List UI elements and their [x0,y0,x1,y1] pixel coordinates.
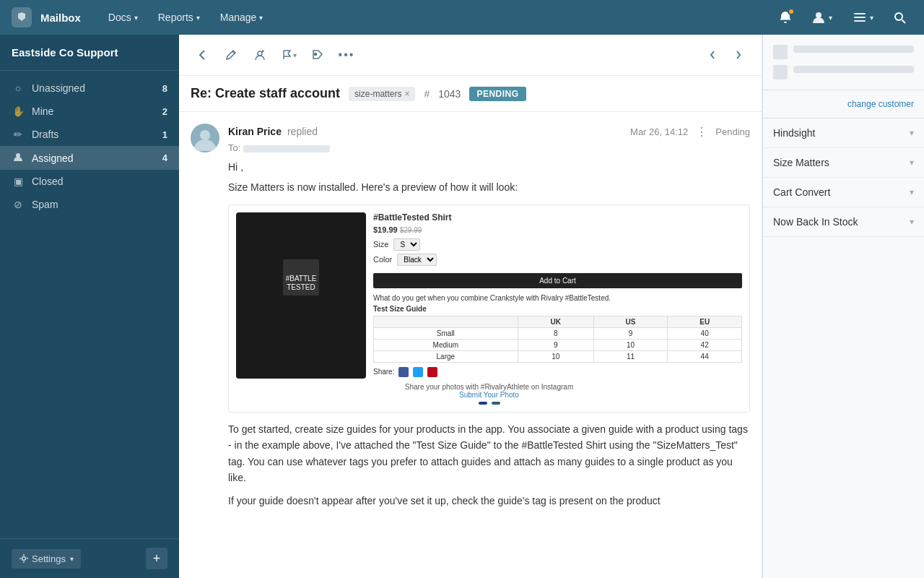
more-button[interactable]: ••• [335,43,358,66]
sidebar-item-drafts[interactable]: ✏ Drafts 1 [0,123,179,146]
mine-count: 2 [162,106,167,117]
size-matters-chevron-icon: ▾ [910,158,914,168]
sender-avatar [191,124,219,152]
assigned-icon [12,152,25,164]
notification-dot [788,8,795,15]
search-button[interactable] [886,4,912,30]
instagram-text: Share your photos with #RivalryAthlete o… [236,383,742,405]
sidebar-item-drafts-label: Drafts [32,129,58,140]
svg-rect-3 [854,20,866,22]
nav-arrows [701,43,750,66]
app-hindsight-label: Hindsight [773,127,815,139]
social-share-row: Share: [373,367,742,377]
svg-rect-1 [854,13,866,14]
app-size-matters-label: Size Matters [773,157,829,168]
settings-button[interactable]: Settings ▾ [12,549,81,569]
conversation-tag[interactable]: size-matters × [349,87,415,101]
size-guide-caption: What do you get when you combine Crankst… [373,294,742,302]
eu-small: 40 [668,327,742,339]
tag-label: size-matters [354,89,401,99]
back-button[interactable] [191,43,214,66]
nav-reports[interactable]: Reports ▾ [151,9,207,26]
apps-section: Hindsight ▾ Size Matters ▾ Cart Convert … [763,118,924,237]
sidebar-item-unassigned-label: Unassigned [32,82,85,94]
app-now-back-in-stock-label: Now Back In Stock [773,216,858,228]
profile-button[interactable]: ▾ [845,7,881,27]
size-select[interactable]: S [393,238,420,251]
nav-manage[interactable]: Manage ▾ [213,9,271,26]
size-small: Small [374,327,518,339]
sidebar-item-spam-label: Spam [32,199,58,210]
sidebar-title: Eastside Co Support [0,35,179,71]
next-conversation-button[interactable] [727,43,750,66]
message-body-para2: If your guide doesn't appear after you'v… [228,493,750,509]
label-button[interactable] [306,43,329,66]
sidebar: Eastside Co Support ○ Unassigned 8 ✋ Min… [0,35,179,578]
skeleton-line-1 [793,46,914,53]
now-back-in-stock-chevron-icon: ▾ [910,217,914,227]
prev-conversation-button[interactable] [701,43,724,66]
facebook-icon[interactable] [398,367,409,377]
app-cart-convert[interactable]: Cart Convert ▾ [763,178,924,207]
svg-point-7 [22,557,26,561]
remove-tag-button[interactable]: × [404,89,409,99]
pinterest-icon[interactable] [427,367,437,377]
sidebar-navigation: ○ Unassigned 8 ✋ Mine 2 ✏ Drafts 1 [0,71,179,538]
svg-point-4 [895,13,902,20]
shirt-price: $19.99 $29.99 [373,225,742,234]
cart-convert-chevron-icon: ▾ [910,187,914,197]
edit-button[interactable] [219,43,243,66]
table-row: Small 8 9 40 [374,327,742,339]
sidebar-item-spam[interactable]: ⊘ Spam [0,193,179,216]
submit-photo-link[interactable]: Submit Your Photo [236,391,742,399]
table-row: Large 10 11 44 [374,350,742,362]
assign-button[interactable] [248,43,271,66]
message-meta: Mar 26, 14:12 ⋮ Pending [630,124,750,139]
table-row: Medium 9 10 42 [374,339,742,350]
user-account-button[interactable]: ▾ [804,7,840,27]
color-label: Color [373,255,392,264]
message-options-button[interactable]: ⋮ [694,124,710,139]
conversation-id-hash: # [424,88,430,100]
us-medium: 10 [593,339,668,350]
sidebar-item-unassigned[interactable]: ○ Unassigned 8 [0,77,179,100]
twitter-icon[interactable] [413,367,423,377]
to-label: To: [228,142,240,153]
sidebar-item-closed[interactable]: ▣ Closed [0,170,179,193]
to-address [243,145,330,152]
notifications-button[interactable] [772,4,798,30]
unassigned-count: 8 [162,83,167,94]
sidebar-item-assigned[interactable]: Assigned 4 [0,146,179,170]
sidebar-item-mine[interactable]: ✋ Mine 2 [0,100,179,123]
app-hindsight[interactable]: Hindsight ▾ [763,118,924,148]
color-row: Color Black [373,254,742,266]
price-new: $19.99 [373,225,398,234]
app-now-back-in-stock[interactable]: Now Back In Stock ▾ [763,207,924,237]
closed-icon: ▣ [12,176,25,187]
svg-point-9 [258,51,262,56]
app-size-matters[interactable]: Size Matters ▾ [763,148,924,178]
shirt-area: #BATTLE TESTED #BattleTested Shirt $19.9… [236,212,742,379]
us-small: 9 [593,327,668,339]
flag-button[interactable]: ▾ [277,43,300,66]
us-large: 11 [593,350,668,362]
conversation-panel: ▾ ••• [179,35,762,578]
instagram-btn-1[interactable] [479,402,487,405]
assigned-count: 4 [162,152,167,163]
right-panel: change customer Hindsight ▾ Size Matters… [762,35,924,578]
mine-icon: ✋ [12,105,25,117]
svg-text:TESTED: TESTED [287,283,315,291]
drafts-count: 1 [162,129,167,140]
account-chevron-icon: ▾ [829,14,832,22]
message-to-line: To: [228,142,750,153]
docs-chevron-icon: ▾ [134,14,138,22]
instagram-btn-2[interactable] [492,402,500,405]
color-select[interactable]: Black [397,254,437,266]
new-conversation-button[interactable]: + [146,548,167,569]
right-panel-header: change customer [763,90,924,118]
greeting-comma: , [240,161,243,173]
nav-docs[interactable]: Docs ▾ [101,9,145,26]
size-guide-table: UK US EU Small [373,316,742,363]
add-to-cart-button[interactable]: Add to Cart [373,273,742,288]
change-customer-button[interactable]: change customer [847,99,914,109]
